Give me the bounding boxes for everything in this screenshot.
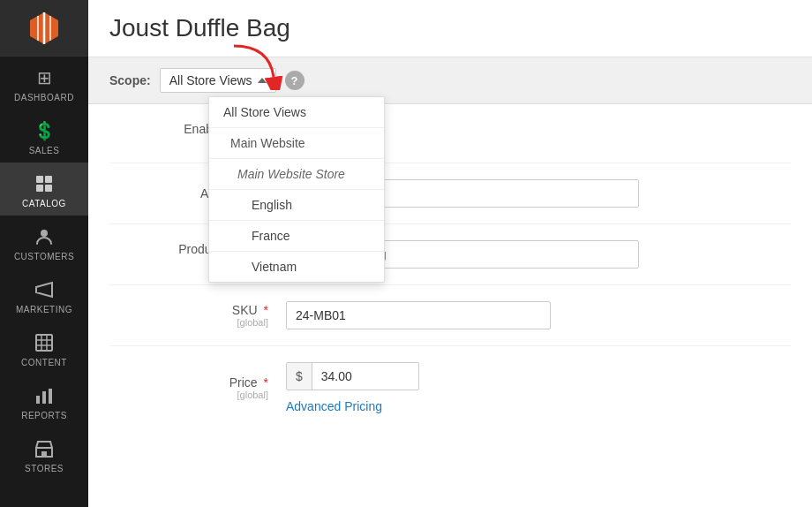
sidebar-item-catalog[interactable]: CATALOG (0, 163, 88, 216)
svg-point-4 (41, 230, 48, 237)
magento-logo-icon (25, 9, 64, 48)
price-label: Price * [global] (109, 375, 286, 400)
sidebar-label-content: CONTENT (21, 358, 67, 367)
sidebar-label-marketing: MARKETING (16, 305, 72, 314)
price-scope: [global] (109, 390, 268, 400)
price-input-wrap: $ (286, 362, 419, 390)
svg-rect-3 (45, 185, 52, 192)
svg-rect-0 (36, 176, 43, 183)
customers-icon (32, 224, 56, 249)
scope-help-button[interactable]: ? (285, 71, 304, 90)
sidebar-label-customers: CUSTOMERS (14, 252, 74, 261)
stores-icon (32, 436, 56, 461)
main-content: Joust Duffle Bag Scope: All Store Views … (88, 0, 812, 507)
svg-rect-14 (41, 451, 47, 457)
dashboard-icon: ⊞ (32, 65, 56, 90)
scope-current-value: All Store Views (169, 73, 252, 87)
price-symbol: $ (287, 363, 312, 390)
sidebar: ⊞ DASHBOARD 💲 SALES CATALOG CUSTOMERS (0, 0, 88, 507)
sku-value (286, 301, 791, 329)
form-row-price: Price * [global] $ Advanced Pricing (109, 362, 791, 429)
dropdown-item-main-website-store[interactable]: Main Website Store (209, 159, 384, 190)
advanced-pricing-link[interactable]: Advanced Pricing (286, 399, 382, 413)
catalog-icon (32, 171, 56, 196)
marketing-icon (32, 277, 56, 302)
dropdown-item-main-website[interactable]: Main Website (209, 128, 384, 159)
price-input[interactable] (312, 363, 418, 390)
svg-rect-11 (42, 391, 46, 404)
sku-input[interactable] (286, 301, 551, 329)
svg-rect-5 (36, 335, 52, 351)
content-icon (32, 330, 56, 355)
sku-scope: [global] (109, 317, 268, 328)
scope-bar: Scope: All Store Views ? All Store Views… (88, 57, 812, 104)
sidebar-item-stores[interactable]: STORES (0, 428, 88, 481)
sidebar-item-customers[interactable]: CUSTOMERS (0, 216, 88, 269)
sku-label: SKU * [global] (109, 303, 286, 328)
form-area: Enable Product [website] Yes Attribute S… (88, 104, 812, 507)
dropdown-arrow-icon (258, 78, 267, 83)
dropdown-item-english[interactable]: English (209, 190, 384, 221)
dropdown-item-vietnam[interactable]: Vietnam (209, 252, 384, 282)
sidebar-item-marketing[interactable]: MARKETING (0, 269, 88, 322)
sidebar-label-sales: SALES (29, 146, 60, 155)
sidebar-label-stores: STORES (25, 464, 64, 473)
sidebar-item-sales[interactable]: 💲 SALES (0, 110, 88, 163)
form-row-sku: SKU * [global] (109, 301, 791, 346)
sidebar-label-reports: REPORTS (21, 411, 67, 420)
sidebar-item-content[interactable]: CONTENT (0, 322, 88, 375)
sales-icon: 💲 (32, 118, 56, 143)
scope-dropdown-button[interactable]: All Store Views (160, 68, 276, 93)
svg-rect-1 (45, 176, 52, 183)
dropdown-item-france[interactable]: France (209, 221, 384, 252)
scope-label: Scope: (109, 73, 151, 87)
sidebar-label-dashboard: DASHBOARD (14, 93, 74, 102)
price-value: $ Advanced Pricing (286, 362, 791, 413)
sidebar-item-dashboard[interactable]: ⊞ DASHBOARD (0, 57, 88, 110)
reports-icon (32, 383, 56, 408)
top-bar: Joust Duffle Bag (88, 0, 812, 57)
page-title: Joust Duffle Bag (109, 14, 791, 42)
dropdown-item-all-store-views[interactable]: All Store Views (209, 97, 384, 128)
svg-rect-10 (36, 396, 40, 404)
scope-dropdown-menu: All Store Views Main Website Main Websit… (208, 96, 385, 283)
svg-rect-2 (36, 185, 43, 192)
sidebar-logo (0, 0, 88, 57)
sidebar-item-reports[interactable]: REPORTS (0, 375, 88, 428)
sidebar-label-catalog: CATALOG (22, 199, 66, 208)
svg-rect-12 (49, 389, 52, 404)
